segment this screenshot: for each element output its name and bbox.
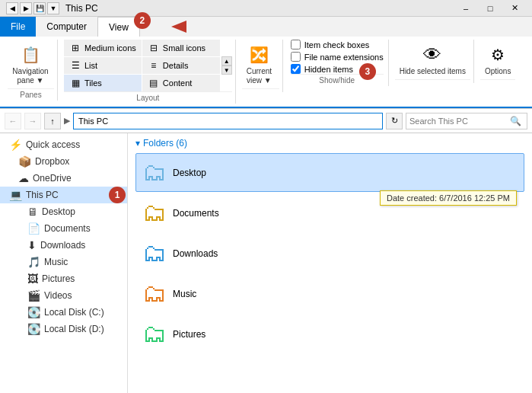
back-button[interactable]: ← (5, 113, 21, 129)
details-button[interactable]: ≡ Details (142, 57, 220, 74)
sidebar-desktop-label: Desktop (42, 206, 75, 217)
section-title: ▾ Folders (6) (135, 138, 524, 149)
music-folder-icon: 🗂 (142, 280, 167, 308)
onedrive-icon: ☁ (18, 172, 29, 184)
tab-computer[interactable]: Computer (36, 17, 97, 37)
minimize-button[interactable]: – (454, 1, 477, 16)
sidebar-item-desktop[interactable]: 🖥 Desktop (0, 203, 127, 220)
current-view-button[interactable]: 🔀 Currentview ▼ (242, 40, 276, 88)
hidden-items-label: Hidden items (304, 65, 353, 74)
medium-icons-icon: ⊞ (69, 42, 81, 54)
sidebar-item-music[interactable]: 🎵 Music (0, 254, 127, 270)
sidebar-item-quick-access[interactable]: ⚡ Quick access (0, 136, 127, 153)
navigation-pane-button[interactable]: 📋 Navigationpane ▼ (8, 40, 53, 88)
title-back-icon[interactable]: ◀ (6, 2, 18, 14)
sidebar-local-c-label: Local Disk (C:) (44, 307, 104, 318)
item-checkboxes-row[interactable]: Item check boxes (291, 40, 370, 50)
file-name-extensions-label: File name extensions (304, 53, 384, 62)
local-d-icon: 💽 (27, 323, 40, 335)
forward-button[interactable]: → (24, 113, 41, 129)
documents-icon: 📄 (27, 222, 40, 235)
sidebar-item-videos[interactable]: 🎬 Videos (0, 287, 127, 304)
item-checkboxes-label: Item check boxes (304, 40, 370, 50)
close-button[interactable]: ✕ (503, 1, 526, 16)
layout-scroll[interactable]: ▲ ▼ (221, 55, 232, 76)
folder-pictures-name: Pictures (173, 329, 205, 340)
file-name-extensions-checkbox[interactable] (291, 52, 301, 62)
badge-2: 2 (134, 12, 151, 29)
sidebar-item-downloads[interactable]: ⬇ Downloads (0, 237, 127, 254)
list-button[interactable]: ☰ List (64, 57, 142, 74)
hidden-items-row[interactable]: Hidden items 3 (291, 64, 353, 74)
quick-access-icon: ⚡ (9, 139, 22, 151)
folder-item-pictures[interactable]: 🗂 Pictures (135, 315, 524, 353)
title-dropdown-icon[interactable]: ▼ (47, 2, 59, 14)
sidebar-item-dropbox[interactable]: 📦 Dropbox (0, 153, 127, 170)
sidebar-item-this-pc[interactable]: 💻 This PC 1 (0, 187, 127, 203)
small-icons-label: Small icons (163, 43, 205, 53)
layout-label: Layout (64, 91, 232, 104)
downloads-icon: ⬇ (27, 239, 37, 251)
hide-selected-label: Hide selected items (400, 67, 466, 76)
search-box: 🔍 (406, 113, 527, 129)
refresh-button[interactable]: ↻ (386, 113, 403, 129)
folder-item-desktop[interactable]: 🗂 Desktop (135, 153, 524, 192)
hidden-items-checkbox[interactable] (291, 64, 301, 74)
title-bar: ◀ ▶ 💾 ▼ This PC – □ ✕ (0, 0, 532, 17)
videos-icon: 🎬 (27, 289, 40, 302)
content-area: ▾ Folders (6) 🗂 Desktop 🗂 Documents 🗂 Do… (128, 133, 532, 393)
options-icon: ⚙ (486, 43, 510, 67)
window-title: This PC (65, 3, 98, 14)
title-save-icon[interactable]: 💾 (33, 2, 46, 14)
panes-label: Panes (8, 88, 54, 101)
desktop-folder-icon: 🗂 (142, 158, 167, 187)
search-icon[interactable]: 🔍 (510, 116, 521, 126)
medium-icons-button[interactable]: ⊞ Medium icons (64, 40, 142, 56)
folders-count-label: Folders (6) (143, 138, 187, 149)
content-button[interactable]: ▤ Content (142, 75, 220, 91)
small-icons-button[interactable]: ⊟ Small icons (142, 40, 220, 56)
details-label: Details (163, 61, 189, 70)
sidebar-item-onedrive[interactable]: ☁ OneDrive (0, 170, 127, 187)
folder-list: 🗂 Desktop 🗂 Documents 🗂 Downloads 🗂 Musi… (135, 153, 524, 353)
item-checkboxes-checkbox[interactable] (291, 40, 301, 50)
sidebar-music-label: Music (44, 257, 68, 267)
tab-file[interactable]: File (0, 17, 36, 37)
sidebar-this-pc-label: This PC (26, 190, 59, 200)
local-c-icon: 💽 (27, 306, 40, 318)
content-label: Content (163, 78, 193, 88)
hide-selected-button[interactable]: 👁 Hide selected items (395, 40, 470, 79)
sidebar-local-d-label: Local Disk (D:) (44, 324, 104, 334)
address-input[interactable] (73, 113, 383, 129)
folder-item-music[interactable]: 🗂 Music (135, 274, 524, 313)
sidebar-item-documents[interactable]: 📄 Documents (0, 220, 127, 237)
sidebar-onedrive-label: OneDrive (33, 173, 72, 184)
sidebar-quick-access-label: Quick access (26, 139, 80, 150)
arrow-2-icon (160, 18, 190, 35)
folder-music-name: Music (173, 289, 196, 299)
tiles-button[interactable]: ▦ Tiles (64, 75, 142, 91)
title-forward-icon[interactable]: ▶ (20, 2, 32, 14)
list-label: List (84, 61, 97, 70)
pictures-folder-icon: 🗂 (142, 320, 167, 348)
file-name-extensions-row[interactable]: File name extensions (291, 52, 384, 62)
nav-pane-icon: 📋 (18, 43, 43, 67)
up-button[interactable]: ↑ (44, 113, 61, 129)
maximize-button[interactable]: □ (479, 1, 502, 16)
badge-1: 1 (109, 187, 126, 203)
options-label: Options (485, 67, 511, 76)
sidebar-downloads-label: Downloads (40, 240, 85, 251)
sidebar-item-local-d[interactable]: 💽 Local Disk (D:) (0, 321, 127, 337)
sidebar-item-local-c[interactable]: 💽 Local Disk (C:) (0, 304, 127, 321)
ribbon-view-content: 📋 Navigationpane ▼ Panes ⊞ Medium icons … (0, 37, 532, 108)
details-icon: ≡ (148, 59, 160, 72)
options-button[interactable]: ⚙ Options (480, 40, 515, 79)
folder-item-downloads[interactable]: 🗂 Downloads (135, 234, 524, 273)
sidebar-item-pictures[interactable]: 🖼 Pictures (0, 270, 127, 287)
sidebar-videos-label: Videos (44, 290, 72, 301)
folder-desktop-name: Desktop (173, 168, 206, 178)
music-icon: 🎵 (27, 256, 40, 268)
this-pc-icon: 💻 (9, 189, 22, 201)
badge-3: 3 (359, 63, 376, 80)
search-input[interactable] (409, 117, 508, 126)
